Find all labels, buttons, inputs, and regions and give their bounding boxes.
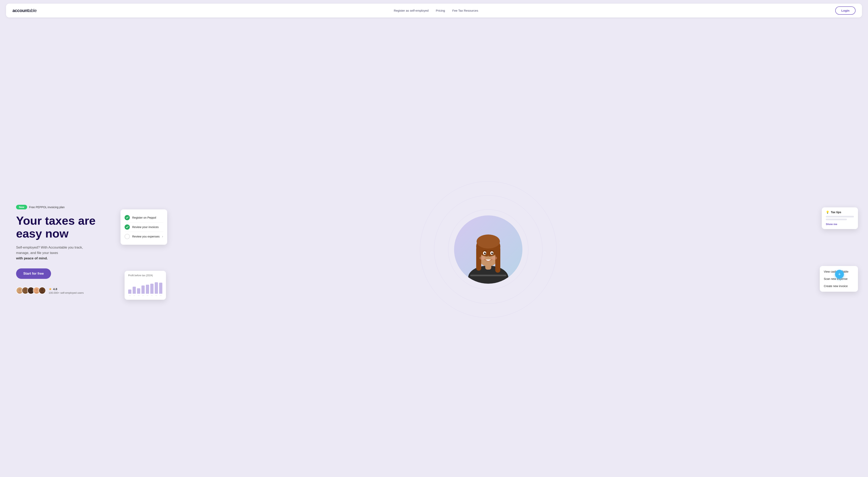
checklist-item-3[interactable]: Review you expenses › — [125, 232, 163, 241]
bar-3 — [137, 288, 140, 294]
checklist-label-2: Review your invoices — [132, 226, 159, 229]
tax-tips-lines — [826, 216, 854, 220]
check-icon-1 — [125, 215, 130, 220]
svg-point-4 — [24, 288, 27, 291]
tip-line-2 — [826, 218, 847, 220]
star-icon: ★ — [49, 287, 52, 291]
chart-bars — [128, 280, 162, 294]
bar-5 — [146, 285, 149, 294]
chart-card: Profit before tax (2024) — — — — — — — — — [125, 271, 166, 300]
svg-point-31 — [479, 256, 485, 260]
hero-right: Register on Peppol Review your invoices … — [121, 191, 856, 308]
svg-point-28 — [485, 252, 486, 253]
start-free-button[interactable]: Start for free — [16, 268, 51, 279]
x-label-1: — — [128, 295, 131, 297]
x-label-7: — — [155, 295, 158, 297]
nav-register[interactable]: Register as self-employed — [394, 9, 429, 12]
checklist-card: Register on Peppol Review your invoices … — [121, 209, 167, 245]
bar-4 — [142, 285, 145, 294]
svg-point-23 — [476, 235, 500, 248]
tax-tips-card: 💡 Tax tips Show me — [822, 207, 858, 229]
login-button[interactable]: Login — [835, 6, 856, 15]
chart-title: Profit before tax (2024) — [128, 274, 162, 277]
bar-1 — [128, 289, 131, 294]
check-icon-2 — [125, 225, 130, 230]
unchecked-circle-3 — [125, 234, 130, 239]
nav-resources[interactable]: Fee Tax Resources — [452, 9, 478, 12]
svg-point-29 — [492, 252, 493, 253]
arrow-icon-3: › — [162, 235, 163, 238]
x-label-3: — — [137, 295, 140, 297]
nav-links: Register as self-employed Pricing Fee Ta… — [394, 9, 478, 12]
hero-title-line2: easy now — [16, 227, 68, 240]
lightbulb-icon: 💡 — [826, 211, 829, 214]
hero-subtitle-text: Self-employed? With Accountable you trac… — [16, 245, 83, 255]
svg-point-10 — [35, 288, 38, 291]
bar-8 — [159, 283, 162, 294]
svg-point-7 — [30, 288, 32, 291]
action-create-invoice[interactable]: Create new invoice — [820, 282, 858, 290]
logo: accountable — [12, 8, 37, 13]
bar-7 — [155, 282, 158, 294]
checklist-label-1: Register on Peppol — [132, 216, 156, 219]
svg-rect-22 — [495, 246, 500, 273]
tax-tips-title: 💡 Tax tips — [826, 211, 854, 214]
new-badge: New — [16, 205, 27, 209]
hero-subtitle-bold: with peace of mind. — [16, 257, 48, 260]
hero-section: New Free PEPPOL invoicing plan Your taxe… — [0, 21, 868, 477]
x-label-5: — — [146, 295, 149, 297]
social-proof: ★ 4.8 100.000+ self-employed users — [16, 287, 121, 294]
x-label-2: — — [133, 295, 136, 297]
show-me-link[interactable]: Show me — [826, 223, 837, 226]
svg-point-27 — [491, 252, 493, 254]
logo-able: able — [29, 8, 37, 13]
svg-point-30 — [487, 256, 489, 258]
hero-title-line1: Your taxes are — [16, 214, 95, 227]
svg-point-1 — [19, 288, 21, 291]
checklist-item-1: Register on Peppol — [125, 213, 163, 223]
avatars — [16, 287, 46, 294]
svg-point-26 — [484, 252, 486, 254]
person-illustration — [454, 215, 522, 284]
x-label-6: — — [150, 295, 154, 297]
svg-rect-33 — [470, 275, 506, 276]
bar-2 — [133, 287, 136, 294]
plus-button[interactable]: + — [835, 270, 844, 279]
svg-point-32 — [492, 256, 497, 260]
tax-tips-label: Tax tips — [831, 211, 841, 214]
checklist-label-3: Review you expenses — [132, 235, 159, 238]
checklist-item-2: Review your invoices — [125, 223, 163, 232]
rating-label: 100.000+ self-employed users — [49, 291, 84, 294]
stars-row: ★ 4.8 — [49, 287, 84, 291]
hero-title: Your taxes are easy now — [16, 214, 121, 240]
hero-left: New Free PEPPOL invoicing plan Your taxe… — [16, 205, 121, 294]
bar-6 — [150, 284, 154, 294]
hero-subtitle: Self-employed? With Accountable you trac… — [16, 245, 92, 261]
rating-wrap: ★ 4.8 100.000+ self-employed users — [49, 287, 84, 294]
x-label-8: — — [159, 295, 162, 297]
tip-line-1 — [826, 216, 854, 217]
new-badge-wrap: New Free PEPPOL invoicing plan — [16, 205, 121, 209]
person-circle — [454, 215, 522, 284]
avatar-5 — [38, 287, 46, 294]
chart-x-labels: — — — — — — — — — [128, 295, 162, 297]
rating-number: 4.8 — [53, 287, 57, 291]
nav-pricing[interactable]: Pricing — [436, 9, 445, 12]
logo-account: account — [12, 8, 29, 13]
x-label-4: — — [142, 295, 145, 297]
badge-text: Free PEPPOL invoicing plan — [29, 206, 65, 209]
navbar: accountable Register as self-employed Pr… — [6, 4, 862, 18]
svg-point-13 — [41, 288, 43, 291]
